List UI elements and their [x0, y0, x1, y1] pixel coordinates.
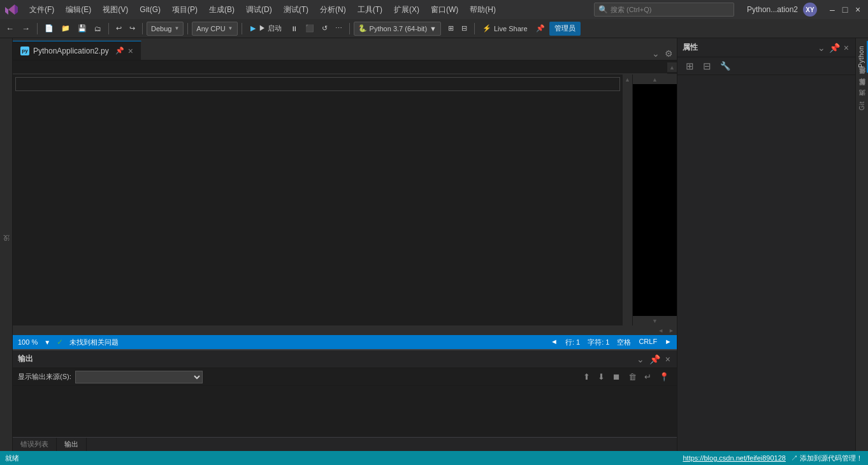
toolbar-separator-1: [37, 23, 38, 34]
minimap-scroll-down[interactable]: ▼: [633, 316, 677, 326]
left-tab-0[interactable]: 没: [0, 241, 13, 252]
restore-button[interactable]: □: [840, 5, 850, 14]
output-pin-button[interactable]: 📍: [656, 371, 672, 383]
panel-close-button[interactable]: ×: [664, 353, 672, 366]
forward-button[interactable]: →: [18, 22, 33, 36]
toolbar-grid-button[interactable]: ⊞: [445, 22, 457, 36]
menu-debug[interactable]: 调试(D): [241, 3, 277, 17]
undo-button[interactable]: ↩: [113, 22, 125, 36]
tab-close-button[interactable]: ×: [128, 46, 133, 56]
scroll-left-btn[interactable]: ◄: [655, 327, 666, 334]
sidebar-pin-button[interactable]: 📌: [828, 41, 841, 54]
sidebar-properties-btn[interactable]: 🔧: [717, 59, 734, 73]
run-button[interactable]: ▶ ▶ 启动: [246, 22, 286, 36]
debug-config-dropdown[interactable]: Debug ▼: [147, 22, 184, 36]
zoom-indicator[interactable]: 100 %: [18, 338, 38, 346]
panel-tab-output[interactable]: 输出: [57, 438, 87, 452]
menu-tools[interactable]: 工具(T): [352, 3, 387, 17]
restart-button[interactable]: ↺: [319, 22, 331, 36]
sidebar-close-button[interactable]: ×: [843, 41, 850, 54]
editor-tab-python[interactable]: py PythonApplication2.py 📌 ×: [13, 41, 141, 60]
output-source-select[interactable]: [75, 371, 203, 383]
menu-help[interactable]: 帮助(H): [465, 3, 501, 17]
more-icon: ⋯: [335, 24, 342, 32]
scroll-right-btn[interactable]: ►: [666, 327, 677, 334]
save-all-button[interactable]: 🗂: [91, 22, 105, 36]
status-link[interactable]: https://blog.csdn.net/feifei890128: [683, 454, 785, 462]
global-search-box[interactable]: 🔍 搜索 (Ctrl+Q): [594, 3, 734, 17]
scroll-left-status[interactable]: ◄: [551, 338, 558, 347]
menu-build[interactable]: 生成(B): [204, 3, 240, 17]
status-link-action[interactable]: ↗ 添加到源代码管理！: [791, 454, 863, 463]
back-button[interactable]: ←: [3, 22, 17, 36]
right-tab-git[interactable]: Git浏览: [856, 96, 869, 115]
toolbar-split-button[interactable]: ⊟: [458, 22, 470, 36]
line-ending-indicator[interactable]: CRLF: [639, 338, 657, 347]
menu-extensions[interactable]: 扩展(X): [389, 3, 424, 17]
tab-settings-button[interactable]: ⚙: [663, 47, 674, 60]
right-tab-properties[interactable]: 属性提示: [856, 73, 869, 84]
save-icon: 💾: [78, 24, 87, 32]
menu-project[interactable]: 项目(P): [167, 3, 203, 17]
panel-toolbar: 显示输出来源(S): ⬆ ⬇ ⏹ 🗑 ↵ 📍: [13, 368, 677, 386]
undo-icon: ↩: [116, 24, 122, 32]
menu-window[interactable]: 窗口(W): [426, 3, 463, 17]
output-scroll-up-button[interactable]: ⬆: [581, 371, 593, 383]
stop-button[interactable]: ⬛: [302, 22, 317, 36]
editor-horizontal-scroll[interactable]: ◄ ►: [13, 326, 677, 335]
scroll-up-btn[interactable]: ▲: [623, 75, 632, 84]
save-all-icon: 🗂: [94, 25, 101, 32]
vs-logo: [5, 3, 18, 16]
minimize-button[interactable]: –: [827, 5, 837, 14]
pause-button[interactable]: ⏸: [287, 22, 301, 36]
redo-button[interactable]: ↪: [126, 22, 138, 36]
save-button[interactable]: 💾: [75, 22, 90, 36]
python-version-selector[interactable]: 🐍 Python 3.7 (64-bit) ▼: [354, 22, 441, 36]
close-button[interactable]: ×: [853, 5, 863, 14]
panel-header-actions: ⌄ 📌 ×: [635, 353, 672, 366]
output-stop-button[interactable]: ⏹: [610, 371, 623, 383]
toolbar-separator-2: [108, 23, 109, 34]
more-debug-button[interactable]: ⋯: [332, 22, 345, 36]
menu-edit[interactable]: 编辑(E): [61, 3, 96, 17]
toolbar-separator-4: [187, 23, 188, 34]
platform-dropdown[interactable]: Any CPU ▼: [192, 22, 237, 36]
status-bar: 就绪 https://blog.csdn.net/feifei890128 ↗ …: [0, 451, 868, 465]
menu-git[interactable]: Git(G): [134, 4, 166, 15]
scroll-right-status[interactable]: ►: [665, 338, 672, 347]
panel-pin-button[interactable]: 📌: [648, 353, 662, 366]
output-clear-button[interactable]: 🗑: [626, 371, 639, 383]
sidebar-toolbar: ⊞ ⊟ 🔧: [677, 57, 855, 75]
output-wrap-button[interactable]: ↵: [642, 371, 654, 383]
sidebar-alpha-view-btn[interactable]: ⊟: [700, 59, 714, 74]
menu-analyze[interactable]: 分析(N): [315, 3, 351, 17]
output-scroll-down-button[interactable]: ⬇: [595, 371, 607, 383]
new-file-button[interactable]: 📄: [41, 22, 57, 36]
tab-dropdown-button[interactable]: ⌄: [651, 47, 661, 60]
breadcrumb: [13, 61, 667, 74]
menu-test[interactable]: 测试(T): [278, 3, 314, 17]
user-avatar[interactable]: XY: [803, 3, 817, 17]
menu-view[interactable]: 视图(V): [98, 3, 133, 17]
open-icon: 📁: [61, 24, 70, 32]
sidebar-dropdown-button[interactable]: ⌄: [816, 41, 827, 54]
live-share-button[interactable]: ⚡ Live Share: [479, 22, 532, 36]
zoom-dropdown[interactable]: ▼: [44, 339, 50, 346]
code-editor[interactable]: [13, 75, 623, 326]
editor-status-bar: 100 % ▼ ✓ 未找到相关问题 ◄ 行: 1 字符: 1 空格 CRLF ►: [13, 335, 677, 349]
pin-button[interactable]: 📌: [533, 22, 548, 36]
right-tab-config[interactable]: 配置服务: [856, 84, 869, 96]
panel-tab-errors[interactable]: 错误列表: [13, 438, 57, 451]
git-status[interactable]: 就绪: [5, 454, 19, 463]
app-name: Python...ation2: [747, 5, 798, 14]
spaces-indicator[interactable]: 空格: [617, 338, 631, 347]
menu-file[interactable]: 文件(F): [24, 3, 59, 17]
scroll-up-arrow[interactable]: ▲: [667, 62, 677, 72]
open-file-button[interactable]: 📁: [58, 22, 73, 36]
sidebar-category-view-btn[interactable]: ⊞: [683, 59, 697, 74]
editor-vertical-scroll[interactable]: ▲: [623, 75, 632, 326]
minimap-scroll-up[interactable]: ▲: [633, 75, 677, 84]
right-tab-python[interactable]: Python: [856, 41, 868, 73]
admin-button[interactable]: 管理员: [549, 22, 581, 36]
panel-dropdown-button[interactable]: ⌄: [635, 353, 646, 366]
